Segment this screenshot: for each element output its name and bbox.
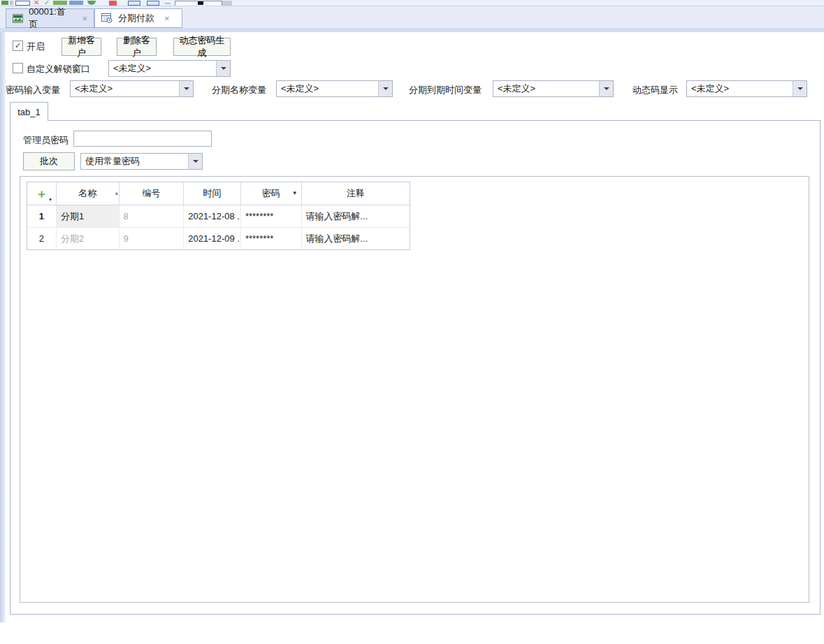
header-label: 注释 (347, 187, 365, 200)
installment-table: ＋ ▾ 名称 ▲ 编号 时间 密码 ▼ 注释 1 分期1 8 (27, 182, 410, 250)
delete-x-icon[interactable]: ✕ (34, 1, 41, 6)
password-input-var-select[interactable]: <未定义> (70, 80, 194, 97)
app-window: ✕ ✓ 00001:首页 × (0, 0, 824, 644)
due-time-var-select[interactable]: <未定义> (493, 80, 614, 97)
installment-name-var-label: 分期名称变量 (212, 84, 266, 96)
check-icon[interactable]: ✓ (44, 1, 51, 6)
chevron-down-icon[interactable] (599, 81, 613, 96)
blue-bar-icon[interactable] (69, 1, 83, 5)
tabbar-bottom-band (0, 28, 824, 32)
column-header-password[interactable]: 密码 ▼ (241, 182, 302, 205)
name-cell[interactable]: 分期1 (57, 205, 120, 227)
new-icon[interactable] (1, 1, 8, 5)
header-label: 密码 (262, 187, 280, 200)
form-icon (101, 13, 113, 23)
custom-unlock-checkbox[interactable] (13, 63, 23, 73)
dynamic-password-button[interactable]: 动态密码生成 (173, 38, 231, 56)
plus-icon: ＋ (36, 188, 48, 200)
header-label: 编号 (142, 187, 160, 200)
table-row: 1 分期1 8 2021-12-08 ... ******** 请输入密码解..… (27, 205, 410, 228)
tab-label: 00001:首页 (29, 6, 72, 31)
selected-value: <未定义> (687, 82, 793, 95)
installment-name-var-select[interactable]: <未定义> (276, 80, 393, 97)
add-customer-button[interactable]: 新增客户 (62, 38, 101, 56)
chevron-down-icon[interactable] (793, 81, 807, 96)
plus-caret-icon: ▾ (49, 197, 52, 203)
table-row: 2 分期2 9 2021-12-09 ... ******** 请输入密码解..… (27, 228, 410, 249)
left-edge-strip (0, 32, 6, 622)
green-dot-icon[interactable] (87, 1, 96, 5)
row-number-cell[interactable]: 2 (27, 228, 57, 249)
chevron-down-icon[interactable] (188, 154, 202, 169)
enable-checkbox[interactable]: ✓ (13, 41, 23, 51)
column-header-time[interactable]: 时间 (184, 182, 241, 205)
selected-value: <未定义> (109, 62, 216, 75)
header-label: 时间 (203, 187, 222, 200)
custom-unlock-label: 自定义解锁窗口 (27, 63, 90, 75)
due-time-var-label: 分期到期时间变量 (409, 84, 482, 96)
delete-customer-button[interactable]: 删除客户 (117, 38, 157, 56)
admin-password-input[interactable] (73, 131, 212, 147)
divider (165, 3, 171, 4)
image-icon (13, 14, 23, 23)
window-tool-icon[interactable] (147, 1, 159, 6)
note-cell[interactable]: 请输入密码解... (302, 228, 410, 249)
toolbar-combobox-mark (198, 1, 203, 5)
window-tool-icon[interactable] (128, 1, 140, 6)
red-tool-icon[interactable] (109, 1, 117, 6)
code-cell[interactable]: 8 (120, 205, 185, 227)
close-icon[interactable]: × (82, 13, 87, 24)
chevron-down-icon[interactable] (378, 81, 392, 96)
note-cell[interactable]: 请输入密码解... (302, 205, 410, 227)
admin-password-label: 管理员密码 (23, 134, 68, 147)
subtab-label: tab_1 (17, 107, 41, 117)
selected-value: 使用常量密码 (81, 155, 188, 168)
selected-value: <未定义> (493, 82, 599, 95)
batch-button[interactable]: 批次 (23, 152, 75, 170)
selected-value: <未定义> (277, 82, 378, 95)
password-input-var-label: 密码输入变量 (6, 84, 60, 96)
close-icon[interactable]: × (164, 13, 170, 24)
row-number-cell[interactable]: 1 (27, 205, 57, 227)
document-tab-bar: 00001:首页 × 分期付款 × (0, 6, 824, 28)
code-cell[interactable]: 9 (120, 228, 185, 249)
custom-unlock-select[interactable]: <未定义> (108, 60, 231, 77)
tab-home[interactable]: 00001:首页 × (6, 8, 94, 28)
column-header-code[interactable]: 编号 (120, 182, 185, 205)
sort-asc-icon: ▲ (114, 190, 120, 196)
dynamic-code-display-label: 动态码显示 (633, 84, 678, 96)
grip-icon (10, 1, 13, 5)
column-header-note[interactable]: 注释 (302, 182, 410, 205)
column-header-name[interactable]: 名称 ▲ (57, 182, 120, 205)
time-cell[interactable]: 2021-12-09 ... (184, 228, 241, 249)
chevron-down-icon[interactable] (216, 61, 230, 76)
time-cell[interactable]: 2021-12-08 ... (184, 205, 241, 227)
header-label: 名称 (78, 187, 96, 200)
name-cell[interactable]: 分期2 (57, 228, 120, 249)
chevron-down-icon[interactable] (179, 81, 193, 96)
tab-installment[interactable]: 分期付款 × (94, 8, 182, 28)
password-cell[interactable]: ******** (241, 228, 302, 249)
tab-tab1[interactable]: tab_1 (10, 102, 48, 121)
filter-caret-icon: ▼ (292, 190, 298, 196)
toolbar-combobox-button[interactable] (222, 1, 232, 6)
main-toolbar: ✕ ✓ (0, 0, 824, 6)
selected-value: <未定义> (71, 82, 179, 95)
enable-label: 开启 (27, 41, 45, 53)
password-mode-select[interactable]: 使用常量密码 (80, 153, 203, 170)
dynamic-code-display-select[interactable]: <未定义> (686, 80, 807, 97)
table-header-row: ＋ ▾ 名称 ▲ 编号 时间 密码 ▼ 注释 (27, 182, 410, 205)
tab-label: 分期付款 (118, 12, 154, 24)
password-cell[interactable]: ******** (241, 205, 302, 227)
grid-tool-icon[interactable] (15, 1, 30, 6)
add-row-button[interactable]: ＋ ▾ (27, 182, 57, 205)
green-bar-icon[interactable] (53, 1, 67, 5)
